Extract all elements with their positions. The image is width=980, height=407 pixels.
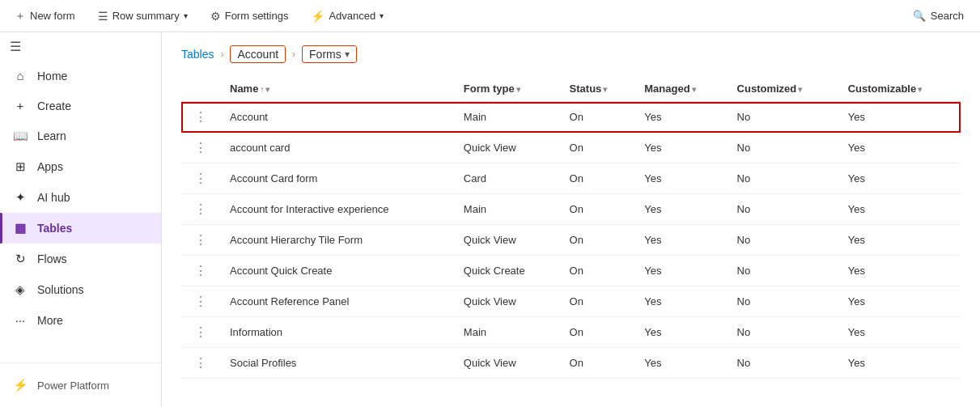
sidebar-label-tables: Tables bbox=[37, 222, 72, 235]
table-col-managed[interactable]: Managed▾ bbox=[634, 76, 727, 102]
cell-managed: Yes bbox=[634, 133, 727, 163]
sidebar-item-more[interactable]: ··· More bbox=[0, 305, 161, 335]
cell-form_type: Quick View bbox=[454, 348, 560, 379]
cell-customizable: Yes bbox=[838, 133, 961, 163]
cell-status: On bbox=[560, 225, 635, 256]
row-menu-icon[interactable]: ⋮ bbox=[191, 233, 210, 247]
sidebar-item-create[interactable]: + Create bbox=[0, 91, 161, 121]
table-col-customized[interactable]: Customized▾ bbox=[728, 76, 838, 102]
sidebar-item-home[interactable]: ⌂ Home bbox=[0, 61, 161, 91]
form-settings-icon: ⚙ bbox=[210, 10, 221, 23]
row-menu-icon[interactable]: ⋮ bbox=[191, 325, 210, 339]
cell-form_type: Main bbox=[454, 317, 560, 348]
cell-form_type: Quick View bbox=[454, 225, 560, 256]
cell-status: On bbox=[560, 256, 635, 286]
table-row[interactable]: ⋮Account Card formCardOnYesNoYes bbox=[181, 163, 961, 194]
sidebar-item-flows[interactable]: ↻ Flows bbox=[0, 244, 161, 274]
row-menu[interactable]: ⋮ bbox=[181, 256, 220, 286]
cell-name: account card bbox=[220, 133, 454, 163]
row-menu[interactable]: ⋮ bbox=[181, 225, 220, 256]
learn-icon: 📖 bbox=[13, 129, 28, 143]
forms-table-container: Name↑▾Form type▾Status▾Managed▾Customize… bbox=[181, 76, 961, 379]
row-menu[interactable]: ⋮ bbox=[181, 102, 220, 133]
sidebar-item-solutions[interactable]: ◈ Solutions bbox=[0, 274, 161, 305]
table-col-customizable[interactable]: Customizable▾ bbox=[838, 76, 961, 102]
form-settings-button[interactable]: ⚙ Form settings bbox=[206, 6, 294, 26]
row-menu[interactable]: ⋮ bbox=[181, 163, 220, 194]
cell-customized: No bbox=[728, 163, 838, 194]
sidebar-item-power-platform[interactable]: ⚡ Power Platform bbox=[0, 370, 161, 401]
cell-name: Social Profiles bbox=[220, 348, 454, 379]
sidebar-item-tables[interactable]: ▦ Tables bbox=[0, 213, 161, 244]
table-row[interactable]: ⋮Account Quick CreateQuick CreateOnYesNo… bbox=[181, 256, 961, 286]
breadcrumb-forms[interactable]: Forms ▾ bbox=[302, 45, 357, 63]
table-col-status[interactable]: Status▾ bbox=[560, 76, 635, 102]
advanced-button[interactable]: ⚡ Advanced ▾ bbox=[306, 6, 388, 26]
new-form-button[interactable]: ＋ New form bbox=[10, 6, 80, 27]
main-layout: ☰ ⌂ Home + Create 📖 Learn ⊞ Apps ✦ AI hu… bbox=[0, 32, 980, 407]
cell-managed: Yes bbox=[634, 225, 727, 256]
forms-dropdown-icon: ▾ bbox=[345, 49, 350, 60]
cell-status: On bbox=[560, 194, 635, 225]
table-col-menu bbox=[181, 76, 220, 102]
cell-form_type: Card bbox=[454, 163, 560, 194]
cell-form_type: Quick Create bbox=[454, 256, 560, 286]
sidebar-item-ai-hub[interactable]: ✦ AI hub bbox=[0, 182, 161, 213]
cell-status: On bbox=[560, 317, 635, 348]
row-menu-icon[interactable]: ⋮ bbox=[191, 172, 210, 185]
row-menu-icon[interactable]: ⋮ bbox=[191, 141, 210, 155]
row-menu[interactable]: ⋮ bbox=[181, 133, 220, 163]
row-summary-chevron-icon: ▾ bbox=[184, 11, 188, 20]
sidebar-item-apps[interactable]: ⊞ Apps bbox=[0, 151, 161, 182]
table-row[interactable]: ⋮account cardQuick ViewOnYesNoYes bbox=[181, 133, 961, 163]
table-row[interactable]: ⋮Account Hierarchy Tile FormQuick ViewOn… bbox=[181, 225, 961, 256]
cell-customized: No bbox=[728, 317, 838, 348]
cell-status: On bbox=[560, 163, 635, 194]
cell-name: Account Card form bbox=[220, 163, 454, 194]
cell-customizable: Yes bbox=[838, 286, 961, 317]
breadcrumb-account[interactable]: Account bbox=[230, 45, 286, 63]
row-summary-button[interactable]: ☰ Row summary ▾ bbox=[93, 6, 193, 26]
advanced-chevron-icon: ▾ bbox=[380, 11, 384, 20]
row-menu[interactable]: ⋮ bbox=[181, 194, 220, 225]
search-icon: 🔍 bbox=[913, 10, 926, 22]
cell-customizable: Yes bbox=[838, 348, 961, 379]
search-button[interactable]: 🔍 Search bbox=[906, 6, 970, 25]
table-row[interactable]: ⋮Social ProfilesQuick ViewOnYesNoYes bbox=[181, 348, 961, 379]
sidebar: ☰ ⌂ Home + Create 📖 Learn ⊞ Apps ✦ AI hu… bbox=[0, 32, 162, 407]
row-menu[interactable]: ⋮ bbox=[181, 317, 220, 348]
row-menu-icon[interactable]: ⋮ bbox=[191, 202, 210, 216]
sidebar-label-create: Create bbox=[37, 100, 71, 112]
sidebar-label-solutions: Solutions bbox=[37, 283, 84, 296]
home-icon: ⌂ bbox=[13, 69, 28, 83]
more-icon: ··· bbox=[13, 313, 28, 327]
breadcrumb-tables[interactable]: Tables bbox=[181, 48, 214, 61]
cell-managed: Yes bbox=[634, 286, 727, 317]
row-menu[interactable]: ⋮ bbox=[181, 286, 220, 317]
row-summary-icon: ☰ bbox=[98, 10, 108, 23]
row-menu[interactable]: ⋮ bbox=[181, 348, 220, 379]
table-col-name[interactable]: Name↑▾ bbox=[220, 76, 454, 102]
cell-customized: No bbox=[728, 286, 838, 317]
table-row[interactable]: ⋮Account Reference PanelQuick ViewOnYesN… bbox=[181, 286, 961, 317]
row-menu-icon[interactable]: ⋮ bbox=[191, 356, 210, 370]
hamburger-button[interactable]: ☰ bbox=[0, 32, 161, 61]
cell-customizable: Yes bbox=[838, 256, 961, 286]
sidebar-item-learn[interactable]: 📖 Learn bbox=[0, 121, 161, 151]
cell-name: Account bbox=[220, 102, 454, 133]
apps-icon: ⊞ bbox=[13, 159, 28, 174]
breadcrumb: Tables › Account › Forms ▾ bbox=[181, 45, 961, 63]
table-row[interactable]: ⋮InformationMainOnYesNoYes bbox=[181, 317, 961, 348]
row-menu-icon[interactable]: ⋮ bbox=[191, 110, 210, 124]
row-menu-icon[interactable]: ⋮ bbox=[191, 295, 210, 308]
table-row[interactable]: ⋮AccountMainOnYesNoYes bbox=[181, 102, 961, 133]
row-menu-icon[interactable]: ⋮ bbox=[191, 264, 210, 278]
table-row[interactable]: ⋮Account for Interactive experienceMainO… bbox=[181, 194, 961, 225]
toolbar: ＋ New form ☰ Row summary ▾ ⚙ Form settin… bbox=[0, 0, 980, 32]
solutions-icon: ◈ bbox=[13, 282, 28, 297]
table-col-form_type[interactable]: Form type▾ bbox=[454, 76, 560, 102]
breadcrumb-chevron-1: › bbox=[220, 49, 223, 60]
create-icon: + bbox=[13, 99, 28, 112]
cell-customized: No bbox=[728, 256, 838, 286]
cell-managed: Yes bbox=[634, 194, 727, 225]
